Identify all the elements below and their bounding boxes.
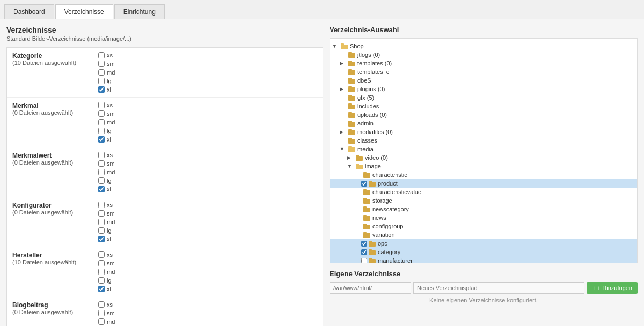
tree-item[interactable]: variation: [332, 231, 635, 239]
folder-icon: [348, 137, 356, 144]
tree-item[interactable]: jtlogs (0): [332, 50, 635, 59]
tree-container: ▼Shopjtlogs (0)▶templates (0)templates_c…: [330, 38, 638, 263]
folder-icon: [348, 129, 356, 135]
tree-item[interactable]: uploads (0): [332, 110, 635, 119]
tree-item-label: variation: [372, 232, 395, 238]
checkbox-xs[interactable]: xs: [98, 102, 317, 108]
tree-item[interactable]: ▶mediafiles (0): [332, 128, 635, 136]
tree-item[interactable]: product: [330, 179, 637, 188]
tree-item[interactable]: opc: [330, 239, 637, 248]
tree-item[interactable]: characteristic: [332, 171, 635, 179]
category-label: Merkmalwert(0 Dateien ausgewählt): [12, 152, 98, 166]
tree-item-label: dbeS: [357, 77, 371, 84]
svg-rect-39: [363, 206, 367, 208]
tree-item-checkbox[interactable]: [361, 181, 367, 187]
svg-rect-6: [348, 70, 355, 75]
checkbox-lg[interactable]: lg: [98, 177, 317, 184]
checkbox-group: xssmmdlgxl: [98, 202, 317, 242]
checkbox-md[interactable]: md: [98, 119, 317, 125]
svg-rect-3: [348, 52, 352, 54]
tree-toggle[interactable]: ▼: [347, 164, 355, 169]
checkbox-md[interactable]: md: [98, 219, 317, 225]
tree-item[interactable]: ▶video (0): [332, 153, 635, 162]
base-path-input[interactable]: [330, 282, 411, 294]
checkbox-sm[interactable]: sm: [98, 61, 317, 67]
checkbox-xl[interactable]: xl: [98, 186, 317, 192]
folder-icon: [348, 146, 356, 152]
checkbox-sm[interactable]: sm: [98, 310, 317, 316]
category-section: Kategorie(10 Dateien ausgewählt)xssmmdlg…: [6, 47, 323, 326]
tree-item[interactable]: includes: [332, 102, 635, 110]
tree-item[interactable]: manufacturer: [330, 256, 637, 263]
tree-item-checkbox[interactable]: [361, 249, 367, 255]
checkbox-lg[interactable]: lg: [98, 128, 317, 134]
checkbox-md[interactable]: md: [98, 318, 317, 325]
tree-item-checkbox[interactable]: [361, 241, 367, 247]
tree-item[interactable]: dbeS: [332, 76, 635, 85]
tree-toggle[interactable]: ▶: [340, 86, 347, 92]
tab-bar: Dashboard Verzeichnisse Einrichtung: [0, 0, 644, 19]
svg-rect-15: [348, 103, 352, 105]
checkbox-lg[interactable]: lg: [98, 277, 317, 284]
tree-item[interactable]: news: [332, 213, 635, 222]
tree-item[interactable]: characteristicvalue: [332, 188, 635, 196]
checkbox-xs[interactable]: xs: [98, 202, 317, 208]
tree-item[interactable]: classes: [332, 136, 635, 145]
dir-selection-title: Verzeichnis-Auswahl: [330, 26, 638, 34]
tree-item-label: newscategory: [372, 206, 409, 212]
checkbox-sm[interactable]: sm: [98, 210, 317, 217]
tree-item-label: video (0): [365, 154, 388, 161]
tree-item[interactable]: gfx (5): [332, 93, 635, 102]
svg-rect-24: [348, 147, 355, 152]
checkbox-group: xssmmdlg: [98, 301, 317, 326]
tree-item[interactable]: newscategory: [332, 205, 635, 213]
checkbox-lg[interactable]: lg: [98, 78, 317, 84]
tree-item[interactable]: admin: [332, 119, 635, 128]
checkbox-xs[interactable]: xs: [98, 301, 317, 308]
tree-item[interactable]: storage: [332, 196, 635, 205]
tree-item[interactable]: ▶templates (0): [332, 59, 635, 68]
tab-einrichtung[interactable]: Einrichtung: [114, 4, 165, 19]
tree-item-checkbox[interactable]: [361, 258, 367, 264]
checkbox-xl[interactable]: xl: [98, 136, 317, 143]
tree-item[interactable]: category: [330, 248, 637, 256]
svg-rect-38: [363, 208, 370, 212]
checkbox-md[interactable]: md: [98, 69, 317, 76]
checkbox-sm[interactable]: sm: [98, 260, 317, 266]
tree-toggle[interactable]: ▶: [347, 155, 355, 160]
tree-item[interactable]: ▼media: [332, 145, 635, 153]
svg-rect-8: [348, 79, 355, 84]
checkbox-xl[interactable]: xl: [98, 286, 317, 292]
svg-rect-32: [369, 182, 376, 187]
tab-dashboard[interactable]: Dashboard: [4, 4, 54, 19]
tree-toggle[interactable]: ▼: [332, 43, 340, 49]
tree-item[interactable]: ▼Shop: [332, 42, 635, 50]
svg-rect-17: [348, 112, 352, 114]
add-dir-button[interactable]: + Hinzufügen: [587, 282, 638, 294]
tree-item[interactable]: ▼image: [332, 162, 635, 171]
checkbox-lg[interactable]: lg: [98, 227, 317, 234]
svg-rect-31: [363, 172, 367, 174]
svg-rect-44: [363, 233, 370, 238]
tree-item[interactable]: ▶plugins (0): [332, 85, 635, 93]
checkbox-xl[interactable]: xl: [98, 86, 317, 93]
checkbox-sm[interactable]: sm: [98, 110, 317, 117]
new-path-input[interactable]: [413, 282, 584, 294]
category-row: Hersteller(10 Dateien ausgewählt)xssmmdl…: [7, 247, 323, 297]
checkbox-sm[interactable]: sm: [98, 160, 317, 167]
checkbox-xl[interactable]: xl: [98, 236, 317, 242]
checkbox-xs[interactable]: xs: [98, 152, 317, 158]
tree-toggle[interactable]: ▼: [340, 146, 347, 152]
tree-toggle[interactable]: ▶: [340, 129, 347, 135]
tree-item[interactable]: configgroup: [332, 222, 635, 231]
checkbox-md[interactable]: md: [98, 169, 317, 175]
tree-toggle[interactable]: ▶: [340, 61, 347, 66]
tree-item[interactable]: templates_c: [332, 68, 635, 76]
checkbox-xs[interactable]: xs: [98, 52, 317, 58]
tab-verzeichnisse[interactable]: Verzeichnisse: [55, 4, 113, 19]
page-subtitle: Standard Bilder-Verzeichnisse (media/ima…: [6, 35, 323, 42]
svg-rect-29: [356, 164, 359, 165]
checkbox-md[interactable]: md: [98, 269, 317, 275]
tree-item-label: templates_c: [357, 69, 389, 75]
checkbox-xs[interactable]: xs: [98, 251, 317, 258]
